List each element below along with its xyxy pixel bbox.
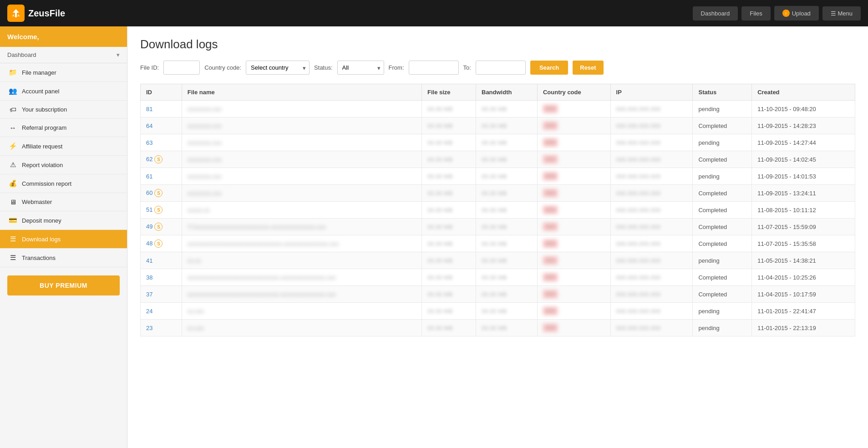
table-row: 51Sxxxxx.xx00.00 MB00.00 MBXX000.000.000… bbox=[141, 202, 855, 219]
cell-filename: xxxxxxxxxxxxxxxxxxxxxxxxxxxxxxx.xxxxxxxx… bbox=[182, 269, 421, 286]
table-row: 81xxxxxxxx.xxx00.00 MB00.00 MBXX000.000.… bbox=[141, 101, 855, 117]
s-badge: S bbox=[154, 155, 162, 163]
status-select[interactable]: All Pending Completed bbox=[337, 61, 384, 75]
cell-country: XX bbox=[537, 117, 610, 134]
table-row: 63xxxxxxxx.xxx00.00 MB00.00 MBXX000.000.… bbox=[141, 134, 855, 151]
id-link[interactable]: 37 bbox=[146, 291, 152, 298]
cell-filename: xxxxx.xx bbox=[182, 202, 421, 219]
cell-id: 51S bbox=[141, 202, 182, 219]
cell-country: XX bbox=[537, 151, 610, 168]
sidebar-item-referral-program[interactable]: ↔ Referral program bbox=[0, 119, 127, 137]
sidebar-item-file-manager[interactable]: 📁 File manager bbox=[0, 63, 127, 82]
cell-created: 11-05-2015 - 14:38:21 bbox=[752, 252, 855, 269]
search-button[interactable]: Search bbox=[530, 61, 568, 75]
sidebar-item-report-violation[interactable]: ⚠ Report violation bbox=[0, 156, 127, 174]
cell-id: 62S bbox=[141, 151, 182, 168]
cell-country: XX bbox=[537, 101, 610, 117]
id-link[interactable]: 49 bbox=[146, 223, 152, 230]
sidebar-item-label: Your subscription bbox=[22, 106, 67, 113]
cell-status: Completed bbox=[693, 151, 752, 168]
cell-ip: 000.000.000.000 bbox=[610, 185, 693, 202]
arrows-icon: ↔ bbox=[8, 124, 17, 132]
cell-filesize: 00.00 MB bbox=[421, 219, 476, 235]
country-select[interactable]: Select country bbox=[246, 61, 310, 75]
cell-status: Completed bbox=[693, 269, 752, 286]
sidebar-item-commission-report[interactable]: 💰 Commission report bbox=[0, 174, 127, 193]
buy-premium-button[interactable]: BUY PREMIUM bbox=[7, 275, 120, 295]
sidebar-item-deposit-money[interactable]: 💳 Deposit money bbox=[0, 211, 127, 230]
table-row: 64xxxxxxxx.xxx00.00 MB00.00 MBXX000.000.… bbox=[141, 117, 855, 134]
lightning-icon: ⚡ bbox=[8, 142, 17, 150]
id-link[interactable]: 23 bbox=[146, 325, 152, 331]
cell-status: pending bbox=[693, 101, 752, 117]
id-link[interactable]: 51 bbox=[146, 206, 152, 213]
cell-country: XX bbox=[537, 185, 610, 202]
id-link[interactable]: 38 bbox=[146, 274, 152, 281]
table-header: ID File name File size Bandwidth Country… bbox=[141, 84, 855, 101]
to-input[interactable] bbox=[476, 61, 526, 75]
dashboard-nav-btn[interactable]: Dashboard bbox=[693, 6, 738, 20]
reset-button[interactable]: Reset bbox=[573, 61, 603, 75]
cell-id: 41 bbox=[141, 252, 182, 269]
cell-status: Completed bbox=[693, 219, 752, 235]
cell-ip: 000.000.000.000 bbox=[610, 202, 693, 219]
cell-bandwidth: 00.00 MB bbox=[476, 286, 538, 303]
to-label: To: bbox=[463, 64, 471, 71]
download-logs-table: ID File name File size Bandwidth Country… bbox=[140, 84, 855, 336]
upload-nav-btn[interactable]: ↑ Upload bbox=[774, 6, 819, 20]
cell-country: XX bbox=[537, 286, 610, 303]
cell-country: XX bbox=[537, 269, 610, 286]
cell-bandwidth: 00.00 MB bbox=[476, 101, 538, 117]
cell-ip: 000.000.000.000 bbox=[610, 168, 693, 185]
id-link[interactable]: 81 bbox=[146, 106, 152, 112]
cell-ip: 000.000.000.000 bbox=[610, 252, 693, 269]
sidebar-item-your-subscription[interactable]: 🏷 Your subscription bbox=[0, 101, 127, 119]
cell-created: 11-09-2015 - 14:28:23 bbox=[752, 117, 855, 134]
cell-status: Completed bbox=[693, 202, 752, 219]
id-link[interactable]: 64 bbox=[146, 122, 152, 129]
cell-bandwidth: 00.00 MB bbox=[476, 269, 538, 286]
cell-filesize: 00.00 MB bbox=[421, 185, 476, 202]
id-link[interactable]: 41 bbox=[146, 257, 152, 264]
menu-nav-btn[interactable]: ☰ Menu bbox=[822, 6, 861, 20]
cell-filename: xxxxxxxx.xxx bbox=[182, 117, 421, 134]
id-link[interactable]: 62 bbox=[146, 156, 152, 163]
col-bandwidth: Bandwidth bbox=[476, 84, 538, 101]
cell-ip: 000.000.000.000 bbox=[610, 101, 693, 117]
cell-ip: 000.000.000.000 bbox=[610, 117, 693, 134]
status-select-wrapper: All Pending Completed bbox=[337, 61, 384, 75]
id-link[interactable]: 24 bbox=[146, 308, 152, 315]
cell-filesize: 00.00 MB bbox=[421, 168, 476, 185]
status-label: Status: bbox=[314, 64, 332, 71]
sidebar-item-webmaster[interactable]: 🖥 Webmaster bbox=[0, 193, 127, 211]
cell-id: 48S bbox=[141, 235, 182, 252]
transactions-icon: ☰ bbox=[8, 254, 17, 262]
sidebar-item-transactions[interactable]: ☰ Transactions bbox=[0, 249, 127, 267]
id-link[interactable]: 48 bbox=[146, 240, 152, 247]
cell-created: 11-09-2015 - 14:02:45 bbox=[752, 151, 855, 168]
id-link[interactable]: 60 bbox=[146, 189, 152, 196]
from-input[interactable] bbox=[409, 61, 459, 75]
sidebar-item-affiliate-request[interactable]: ⚡ Affiliate request bbox=[0, 137, 127, 156]
cell-filename: xxxxxxxxxxxxxxxxxxxxxxxxxxxxxxxx.xxxxxxx… bbox=[182, 235, 421, 252]
cell-id: 60S bbox=[141, 185, 182, 202]
files-nav-btn[interactable]: Files bbox=[741, 6, 770, 20]
cell-filename: xx.xxx bbox=[182, 320, 421, 336]
cell-bandwidth: 00.00 MB bbox=[476, 134, 538, 151]
list-icon: ☰ bbox=[8, 235, 17, 243]
table-row: 49ST://xxxxxxxxxxxxxxxxxxxxxxxxx.xxxxxxx… bbox=[141, 219, 855, 235]
sidebar-item-download-logs[interactable]: ☰ Download logs bbox=[0, 230, 127, 249]
cell-ip: 000.000.000.000 bbox=[610, 303, 693, 320]
id-link[interactable]: 63 bbox=[146, 139, 152, 146]
sidebar-item-label: Deposit money bbox=[22, 217, 61, 224]
sidebar-item-label: File manager bbox=[22, 69, 56, 76]
id-link[interactable]: 61 bbox=[146, 173, 152, 180]
cell-country: XX bbox=[537, 202, 610, 219]
table-row: 60Sxxxxxxxx.xxx00.00 MB00.00 MBXX000.000… bbox=[141, 185, 855, 202]
cell-ip: 000.000.000.000 bbox=[610, 235, 693, 252]
file-id-input[interactable] bbox=[163, 61, 200, 75]
sidebar-item-account-panel[interactable]: 👥 Account panel bbox=[0, 82, 127, 101]
logo-text: ZeusFile bbox=[28, 8, 65, 19]
top-nav: Dashboard Files ↑ Upload ☰ Menu bbox=[693, 6, 861, 20]
sidebar-dropdown[interactable]: Dashboard ▾ bbox=[0, 47, 127, 63]
